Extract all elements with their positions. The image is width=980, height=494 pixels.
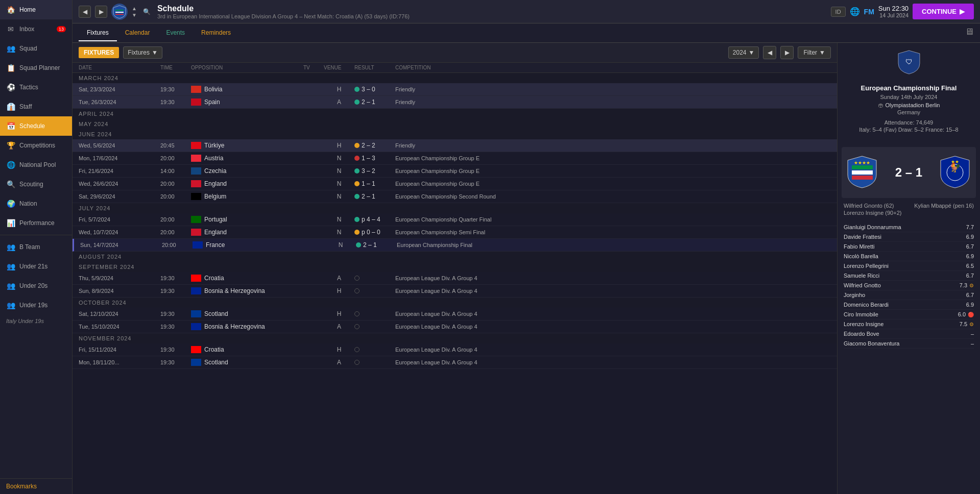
id-button[interactable]: ID: [831, 7, 846, 17]
sidebar-item-squad-planner[interactable]: 📋 Squad Planner: [0, 58, 72, 78]
tab-events[interactable]: Events: [158, 25, 193, 41]
table-row[interactable]: Tue, 15/10/2024 19:30 Bosnia & Herzegovi…: [73, 320, 837, 333]
svg-rect-15: [191, 310, 201, 317]
fixture-time: 20:00: [162, 242, 193, 248]
sidebar-item-tactics[interactable]: ⚽ Tactics: [0, 78, 72, 97]
month-header: MAY 2024: [73, 119, 837, 129]
bookmarks-label[interactable]: Bookmarks: [0, 478, 72, 494]
table-row[interactable]: Mon, 18/11/20... 19:30 Scotland A Europe…: [73, 356, 837, 369]
sidebar-item-under-21s[interactable]: 👥 Under 21s: [0, 257, 72, 276]
tab-fixtures[interactable]: Fixtures: [79, 25, 117, 41]
sidebar-item-national-pool[interactable]: 🌐 National Pool: [0, 155, 72, 175]
table-row[interactable]: Wed, 5/6/2024 20:45 Türkiye H 2 – 2 Frie…: [73, 139, 837, 152]
sidebar-item-nation[interactable]: 🌍 Nation: [0, 194, 72, 213]
forward-button[interactable]: ▶: [95, 6, 107, 18]
tab-calendar[interactable]: Calendar: [117, 25, 158, 41]
sidebar-item-schedule[interactable]: 📅 Schedule: [0, 116, 72, 136]
col-time: TIME: [160, 65, 191, 70]
fixture-venue: N: [324, 216, 354, 223]
fixture-date: Wed, 26/6/2024: [79, 181, 160, 187]
inbox-badge: 13: [57, 26, 66, 32]
under-19s-icon: 👥: [6, 301, 15, 310]
fixture-competition: European League Div. A Group 4: [395, 347, 831, 353]
fixture-date: Sat, 23/3/2024: [79, 86, 160, 92]
fixture-venue: H: [324, 86, 354, 93]
table-row[interactable]: Fri, 15/11/2024 19:30 Croatia H European…: [73, 343, 837, 356]
nation-icon: 🌍: [6, 199, 15, 208]
prev-year-button[interactable]: ◀: [763, 46, 776, 59]
table-row[interactable]: Fri, 21/6/2024 14:00 Czechia N 3 – 2 Eur…: [73, 165, 837, 178]
player-rating: 6.5: [966, 263, 974, 269]
fixture-opposition: Bolivia: [191, 86, 303, 93]
table-row[interactable]: Sun, 8/9/2024 19:30 Bosnia & Herzegovina…: [73, 285, 837, 298]
table-row[interactable]: Wed, 26/6/2024 20:00 England N 1 – 1 Eur…: [73, 178, 837, 190]
search-icon[interactable]: 🔍: [141, 8, 153, 15]
player-rating-row: Wilfried Gnotto 7.3 ⚙: [844, 281, 974, 290]
fixture-venue: H: [324, 310, 354, 317]
table-row[interactable]: Sun, 14/7/2024 20:00 France N 2 – 1 Euro…: [73, 239, 837, 252]
sidebar-item-home[interactable]: 🏠 Home: [0, 0, 72, 19]
svg-rect-22: [852, 176, 873, 180]
tab-reminders[interactable]: Reminders: [193, 25, 239, 41]
result-score: 2 – 2: [362, 142, 375, 149]
fixture-opposition: Austria: [191, 155, 303, 162]
staff-icon: 👔: [6, 102, 15, 111]
sidebar-item-scouting[interactable]: 🔍 Scouting: [0, 175, 72, 194]
sidebar-item-competitions[interactable]: 🏆 Competitions: [0, 136, 72, 155]
player-name: Ciro Immobile: [844, 311, 878, 317]
sidebar-label-performance: Performance: [19, 219, 55, 227]
table-row[interactable]: Wed, 10/7/2024 20:00 England N p 0 – 0 E…: [73, 226, 837, 239]
sidebar-item-b-team[interactable]: 👥 B Team: [0, 237, 72, 257]
match-attendance: Attendance: 74,649: [844, 119, 974, 126]
fixture-opposition: England: [191, 229, 303, 236]
col-date[interactable]: DATE: [79, 65, 160, 70]
team-name: Austria: [204, 155, 223, 162]
table-row[interactable]: Fri, 5/7/2024 20:00 Portugal N p 4 – 4 E…: [73, 213, 837, 226]
next-year-button[interactable]: ▶: [780, 46, 794, 59]
year-selector[interactable]: 2024 ▼: [728, 46, 759, 59]
team-name: Croatia: [204, 275, 224, 282]
fixture-date: Tue, 15/10/2024: [79, 324, 160, 330]
fixture-venue: A: [324, 98, 354, 106]
panel-badge: 🛡: [838, 43, 980, 78]
fixture-date: Fri, 21/6/2024: [79, 168, 160, 174]
team-name: France: [206, 241, 225, 249]
fixtures-dropdown[interactable]: Fixtures ▼: [123, 46, 162, 59]
sidebar-item-under-19s[interactable]: 👥 Under 19s: [0, 295, 72, 315]
fixture-opposition: Bosnia & Herzegovina: [191, 323, 303, 330]
player-rating-row: Lorenzo Pellegrini 6.5: [844, 261, 974, 271]
table-row[interactable]: Sat, 23/3/2024 19:30 Bolivia H 3 – 0 Fri…: [73, 83, 837, 96]
player-rating: 7.7: [966, 224, 974, 230]
fixture-time: 20:00: [160, 181, 191, 187]
sidebar-label-staff: Staff: [19, 103, 32, 110]
fixture-result: 2 – 1: [354, 98, 395, 106]
sidebar-label-national-pool: National Pool: [19, 161, 56, 168]
result-score: 2 – 1: [363, 241, 377, 249]
team-nav: ▲ ▼: [132, 6, 137, 18]
table-row[interactable]: Sat, 29/6/2024 20:00 Belgium N 2 – 1 Eur…: [73, 190, 837, 203]
fixture-time: 19:30: [160, 359, 191, 365]
table-row[interactable]: Thu, 5/9/2024 19:30 Croatia A European L…: [73, 272, 837, 285]
sidebar-item-performance[interactable]: 📊 Performance: [0, 213, 72, 233]
sidebar-item-inbox[interactable]: ✉ Inbox 13: [0, 19, 72, 39]
result-dot: [354, 347, 360, 352]
sidebar-item-staff[interactable]: 👔 Staff: [0, 97, 72, 116]
back-button[interactable]: ◀: [79, 6, 91, 18]
svg-text:★★★★: ★★★★: [854, 160, 870, 165]
sidebar-item-under-20s[interactable]: 👥 Under 20s: [0, 276, 72, 295]
filter-button[interactable]: Filter ▼: [798, 46, 831, 59]
team-flag-icon: [191, 310, 201, 317]
fixture-time: 19:30: [160, 99, 191, 105]
continue-button[interactable]: CONTINUE ▶: [913, 4, 974, 19]
team-flag-icon: [191, 229, 201, 236]
team-flag-icon: [191, 287, 201, 294]
sidebar-label-schedule: Schedule: [19, 122, 45, 130]
fixture-result: 2 – 1: [354, 193, 395, 200]
table-row[interactable]: Tue, 26/3/2024 19:30 Spain A 2 – 1 Frien…: [73, 96, 837, 109]
fixture-competition: Friendly: [395, 86, 831, 92]
result-score: 1 – 3: [362, 155, 375, 162]
result-dot: [354, 156, 360, 161]
sidebar-item-squad[interactable]: 👥 Squad: [0, 39, 72, 58]
table-row[interactable]: Mon, 17/6/2024 20:00 Austria N 1 – 3 Eur…: [73, 152, 837, 165]
table-row[interactable]: Sat, 12/10/2024 19:30 Scotland H Europea…: [73, 308, 837, 320]
